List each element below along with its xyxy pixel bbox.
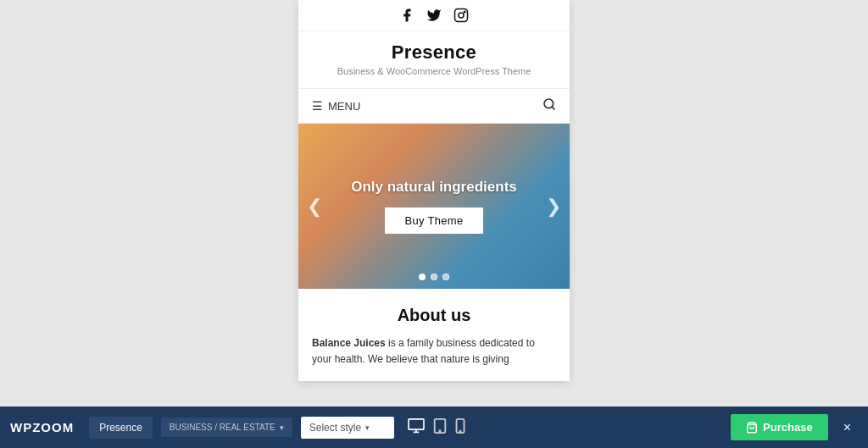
about-section: About us Balance Juices is a family busi… [298,289,570,381]
facebook-icon[interactable] [398,7,415,24]
svg-rect-0 [455,9,468,22]
website-preview: Presence Business & WooCommerce WordPres… [298,0,570,381]
about-title: About us [312,306,556,325]
dot-3[interactable] [442,274,449,280]
category-label: BUSINESS / REAL ESTATE [170,423,275,432]
svg-point-9 [439,430,440,431]
style-dropdown[interactable]: Select style ▾ [301,417,394,439]
slider-prev-arrow[interactable]: ❮ [307,196,322,218]
slider-dots [419,274,449,280]
wpzoom-logo: WPZOOM [10,420,74,434]
svg-point-2 [464,11,465,13]
hero-slider: Only natural ingredients Buy Theme ❮ ❯ [298,124,570,289]
search-icon[interactable] [542,97,556,114]
svg-point-1 [459,13,464,18]
nav-menu-button[interactable]: ☰ MENU [312,99,360,113]
menu-label: MENU [328,100,360,113]
dot-1[interactable] [419,274,426,280]
about-bold: Balance Juices [312,337,386,349]
slider-text: Only natural ingredients [351,179,517,196]
hamburger-icon: ☰ [312,99,323,113]
purchase-label: Purchase [763,421,813,434]
bottom-toolbar: WPZOOM Presence BUSINESS / REAL ESTATE ▾… [0,407,868,448]
site-header: Presence Business & WooCommerce WordPres… [298,31,570,89]
device-icons [406,417,467,439]
main-area: Presence Business & WooCommerce WordPres… [0,0,868,407]
close-button[interactable]: × [837,417,858,439]
social-bar [298,0,570,31]
buy-theme-button[interactable]: Buy Theme [385,207,484,234]
svg-point-11 [459,430,460,431]
slider-next-arrow[interactable]: ❯ [546,196,561,218]
desktop-icon[interactable] [406,417,426,439]
svg-rect-5 [409,418,424,429]
twitter-icon[interactable] [426,7,442,24]
category-dropdown[interactable]: BUSINESS / REAL ESTATE ▾ [161,418,292,437]
dot-2[interactable] [431,274,437,280]
style-chevron-icon: ▾ [365,423,370,432]
mobile-icon[interactable] [453,417,467,439]
about-text: Balance Juices is a family business dedi… [312,335,556,368]
theme-name-button[interactable]: Presence [89,417,153,439]
site-title: Presence [307,41,561,64]
svg-line-4 [552,107,554,109]
site-nav: ☰ MENU [298,89,570,124]
slider-overlay: Only natural ingredients Buy Theme [298,124,570,289]
tablet-icon[interactable] [431,417,448,439]
chevron-down-icon: ▾ [280,423,284,432]
site-subtitle: Business & WooCommerce WordPress Theme [307,66,561,76]
style-label: Select style [309,422,361,434]
instagram-icon[interactable] [453,7,470,24]
purchase-button[interactable]: Purchase [731,414,828,440]
